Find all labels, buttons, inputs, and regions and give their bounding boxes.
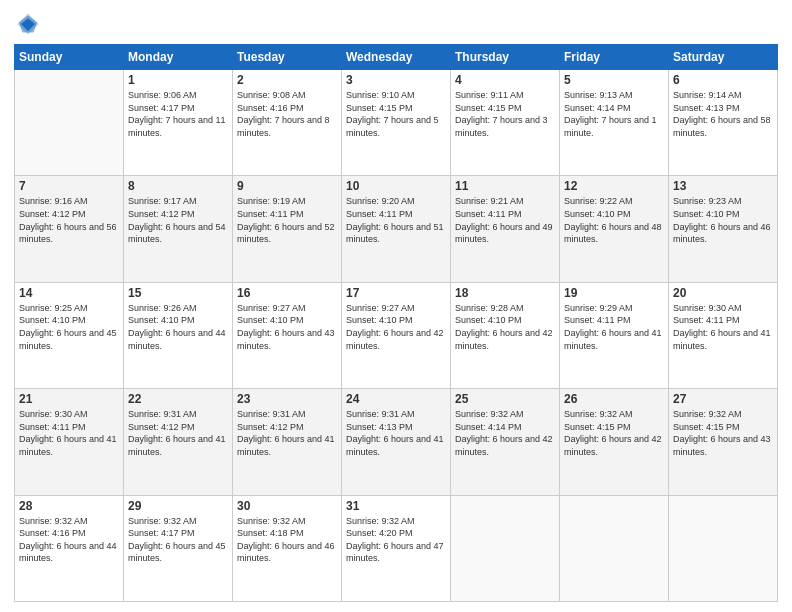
calendar-cell: 29Sunrise: 9:32 AMSunset: 4:17 PMDayligh… (124, 495, 233, 601)
weekday-header: Tuesday (233, 45, 342, 70)
calendar-cell: 23Sunrise: 9:31 AMSunset: 4:12 PMDayligh… (233, 389, 342, 495)
day-info: Sunrise: 9:32 AMSunset: 4:15 PMDaylight:… (673, 408, 773, 458)
day-info: Sunrise: 9:25 AMSunset: 4:10 PMDaylight:… (19, 302, 119, 352)
day-number: 11 (455, 179, 555, 193)
calendar-body: 1Sunrise: 9:06 AMSunset: 4:17 PMDaylight… (15, 70, 778, 602)
day-info: Sunrise: 9:27 AMSunset: 4:10 PMDaylight:… (346, 302, 446, 352)
calendar-cell: 5Sunrise: 9:13 AMSunset: 4:14 PMDaylight… (560, 70, 669, 176)
calendar-cell: 24Sunrise: 9:31 AMSunset: 4:13 PMDayligh… (342, 389, 451, 495)
day-info: Sunrise: 9:17 AMSunset: 4:12 PMDaylight:… (128, 195, 228, 245)
calendar-cell (560, 495, 669, 601)
day-info: Sunrise: 9:06 AMSunset: 4:17 PMDaylight:… (128, 89, 228, 139)
day-info: Sunrise: 9:32 AMSunset: 4:18 PMDaylight:… (237, 515, 337, 565)
day-number: 29 (128, 499, 228, 513)
day-info: Sunrise: 9:14 AMSunset: 4:13 PMDaylight:… (673, 89, 773, 139)
logo-icon (14, 10, 42, 38)
day-number: 26 (564, 392, 664, 406)
calendar-cell: 3Sunrise: 9:10 AMSunset: 4:15 PMDaylight… (342, 70, 451, 176)
day-number: 5 (564, 73, 664, 87)
day-info: Sunrise: 9:32 AMSunset: 4:20 PMDaylight:… (346, 515, 446, 565)
weekday-header: Monday (124, 45, 233, 70)
calendar-cell: 27Sunrise: 9:32 AMSunset: 4:15 PMDayligh… (669, 389, 778, 495)
day-number: 4 (455, 73, 555, 87)
day-number: 18 (455, 286, 555, 300)
weekday-row: SundayMondayTuesdayWednesdayThursdayFrid… (15, 45, 778, 70)
day-number: 31 (346, 499, 446, 513)
day-number: 30 (237, 499, 337, 513)
day-info: Sunrise: 9:13 AMSunset: 4:14 PMDaylight:… (564, 89, 664, 139)
calendar-cell (15, 70, 124, 176)
day-info: Sunrise: 9:10 AMSunset: 4:15 PMDaylight:… (346, 89, 446, 139)
calendar-cell: 30Sunrise: 9:32 AMSunset: 4:18 PMDayligh… (233, 495, 342, 601)
header (14, 10, 778, 38)
calendar-cell: 13Sunrise: 9:23 AMSunset: 4:10 PMDayligh… (669, 176, 778, 282)
day-number: 28 (19, 499, 119, 513)
calendar-cell (451, 495, 560, 601)
day-info: Sunrise: 9:31 AMSunset: 4:12 PMDaylight:… (128, 408, 228, 458)
day-info: Sunrise: 9:32 AMSunset: 4:16 PMDaylight:… (19, 515, 119, 565)
calendar-header: SundayMondayTuesdayWednesdayThursdayFrid… (15, 45, 778, 70)
calendar-cell: 21Sunrise: 9:30 AMSunset: 4:11 PMDayligh… (15, 389, 124, 495)
day-info: Sunrise: 9:20 AMSunset: 4:11 PMDaylight:… (346, 195, 446, 245)
weekday-header: Thursday (451, 45, 560, 70)
weekday-header: Sunday (15, 45, 124, 70)
day-number: 8 (128, 179, 228, 193)
day-info: Sunrise: 9:31 AMSunset: 4:12 PMDaylight:… (237, 408, 337, 458)
calendar-week-row: 28Sunrise: 9:32 AMSunset: 4:16 PMDayligh… (15, 495, 778, 601)
day-number: 16 (237, 286, 337, 300)
calendar-cell: 4Sunrise: 9:11 AMSunset: 4:15 PMDaylight… (451, 70, 560, 176)
calendar: SundayMondayTuesdayWednesdayThursdayFrid… (14, 44, 778, 602)
day-number: 17 (346, 286, 446, 300)
calendar-cell: 17Sunrise: 9:27 AMSunset: 4:10 PMDayligh… (342, 282, 451, 388)
page: SundayMondayTuesdayWednesdayThursdayFrid… (0, 0, 792, 612)
day-number: 22 (128, 392, 228, 406)
calendar-cell: 1Sunrise: 9:06 AMSunset: 4:17 PMDaylight… (124, 70, 233, 176)
day-number: 24 (346, 392, 446, 406)
day-number: 15 (128, 286, 228, 300)
day-info: Sunrise: 9:28 AMSunset: 4:10 PMDaylight:… (455, 302, 555, 352)
calendar-cell: 6Sunrise: 9:14 AMSunset: 4:13 PMDaylight… (669, 70, 778, 176)
day-info: Sunrise: 9:32 AMSunset: 4:14 PMDaylight:… (455, 408, 555, 458)
day-info: Sunrise: 9:21 AMSunset: 4:11 PMDaylight:… (455, 195, 555, 245)
day-info: Sunrise: 9:30 AMSunset: 4:11 PMDaylight:… (19, 408, 119, 458)
calendar-week-row: 1Sunrise: 9:06 AMSunset: 4:17 PMDaylight… (15, 70, 778, 176)
weekday-header: Wednesday (342, 45, 451, 70)
day-info: Sunrise: 9:32 AMSunset: 4:17 PMDaylight:… (128, 515, 228, 565)
calendar-cell: 26Sunrise: 9:32 AMSunset: 4:15 PMDayligh… (560, 389, 669, 495)
day-number: 9 (237, 179, 337, 193)
day-number: 1 (128, 73, 228, 87)
calendar-cell: 11Sunrise: 9:21 AMSunset: 4:11 PMDayligh… (451, 176, 560, 282)
calendar-week-row: 14Sunrise: 9:25 AMSunset: 4:10 PMDayligh… (15, 282, 778, 388)
calendar-cell: 31Sunrise: 9:32 AMSunset: 4:20 PMDayligh… (342, 495, 451, 601)
calendar-cell (669, 495, 778, 601)
calendar-cell: 9Sunrise: 9:19 AMSunset: 4:11 PMDaylight… (233, 176, 342, 282)
weekday-header: Saturday (669, 45, 778, 70)
day-number: 27 (673, 392, 773, 406)
calendar-cell: 16Sunrise: 9:27 AMSunset: 4:10 PMDayligh… (233, 282, 342, 388)
calendar-cell: 10Sunrise: 9:20 AMSunset: 4:11 PMDayligh… (342, 176, 451, 282)
day-info: Sunrise: 9:27 AMSunset: 4:10 PMDaylight:… (237, 302, 337, 352)
calendar-cell: 20Sunrise: 9:30 AMSunset: 4:11 PMDayligh… (669, 282, 778, 388)
day-number: 10 (346, 179, 446, 193)
day-number: 2 (237, 73, 337, 87)
day-number: 12 (564, 179, 664, 193)
day-number: 19 (564, 286, 664, 300)
calendar-cell: 12Sunrise: 9:22 AMSunset: 4:10 PMDayligh… (560, 176, 669, 282)
day-info: Sunrise: 9:22 AMSunset: 4:10 PMDaylight:… (564, 195, 664, 245)
calendar-cell: 25Sunrise: 9:32 AMSunset: 4:14 PMDayligh… (451, 389, 560, 495)
day-number: 23 (237, 392, 337, 406)
day-number: 6 (673, 73, 773, 87)
day-info: Sunrise: 9:26 AMSunset: 4:10 PMDaylight:… (128, 302, 228, 352)
calendar-cell: 7Sunrise: 9:16 AMSunset: 4:12 PMDaylight… (15, 176, 124, 282)
logo (14, 10, 44, 38)
day-info: Sunrise: 9:30 AMSunset: 4:11 PMDaylight:… (673, 302, 773, 352)
day-info: Sunrise: 9:08 AMSunset: 4:16 PMDaylight:… (237, 89, 337, 139)
day-number: 14 (19, 286, 119, 300)
calendar-cell: 2Sunrise: 9:08 AMSunset: 4:16 PMDaylight… (233, 70, 342, 176)
calendar-cell: 14Sunrise: 9:25 AMSunset: 4:10 PMDayligh… (15, 282, 124, 388)
calendar-week-row: 21Sunrise: 9:30 AMSunset: 4:11 PMDayligh… (15, 389, 778, 495)
day-info: Sunrise: 9:11 AMSunset: 4:15 PMDaylight:… (455, 89, 555, 139)
day-number: 3 (346, 73, 446, 87)
weekday-header: Friday (560, 45, 669, 70)
day-number: 21 (19, 392, 119, 406)
